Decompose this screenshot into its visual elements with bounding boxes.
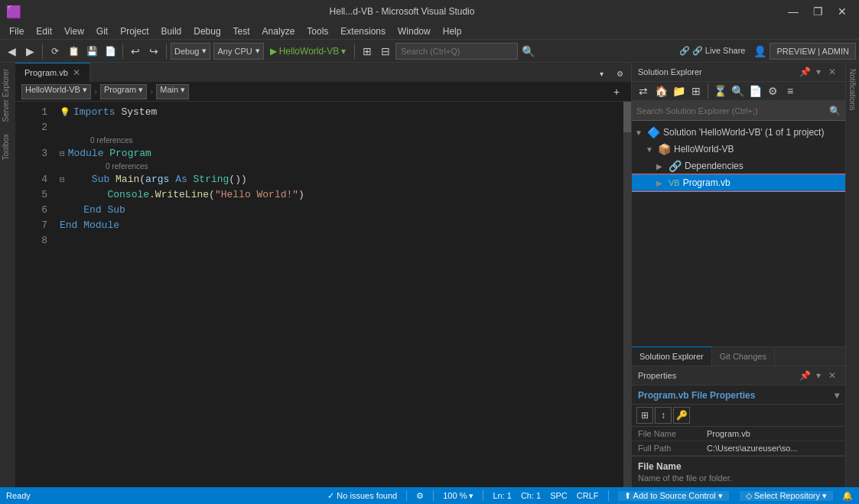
breadcrumb-add-button[interactable]: + [608, 83, 625, 100]
se-settings-button[interactable]: ⚙ [764, 83, 781, 99]
server-explorer-tab[interactable]: Server Explorer [0, 63, 15, 128]
notifications-tab[interactable]: Notifications [847, 63, 858, 116]
properties-collapse-icon[interactable]: ▾ [835, 390, 839, 401]
status-scm[interactable]: ⚙ [416, 491, 424, 501]
menu-git[interactable]: Git [90, 23, 114, 40]
toolbar-btn-3[interactable]: 💾 [83, 43, 100, 60]
editor-scrollbar[interactable] [623, 102, 631, 487]
status-line-endings[interactable]: CRLF [577, 491, 599, 500]
menu-extensions[interactable]: Extensions [334, 23, 392, 40]
breadcrumb-project-dropdown[interactable]: HelloWorld-VB ▾ [21, 84, 91, 99]
restore-button[interactable]: ❐ [807, 4, 828, 19]
select-repository-label: Select Repository [754, 491, 820, 500]
properties-panel: Properties 📌 ▾ ✕ Program.vb File Propert… [632, 366, 845, 487]
menu-help[interactable]: Help [437, 23, 468, 40]
toolbar-btn-2[interactable]: 📋 [65, 43, 82, 60]
tree-project[interactable]: ▼ 📦 HelloWorld-VB [632, 141, 845, 158]
toolbar-btn-1[interactable]: ⟳ [47, 43, 63, 60]
se-close-button[interactable]: ✕ [825, 65, 839, 79]
platform-dropdown[interactable]: Any CPU ▾ [213, 43, 263, 60]
close-tab-icon[interactable]: ✕ [73, 67, 80, 78]
status-zoom[interactable]: 100 % ▾ [443, 491, 473, 501]
menu-debug[interactable]: Debug [187, 23, 226, 40]
search-button[interactable]: 🔍 [519, 43, 536, 60]
breadcrumb-main-dropdown[interactable]: Main ▾ [156, 84, 189, 99]
scrollbar-thumb[interactable] [623, 102, 631, 132]
properties-close-button[interactable]: ✕ [825, 369, 839, 382]
status-issues[interactable]: ✓ No issues found [327, 491, 397, 501]
toolbar-btn-5[interactable]: ⊞ [359, 43, 376, 60]
breadcrumb-module-dropdown[interactable]: Program ▾ [100, 84, 147, 99]
properties-dropdown-button[interactable]: ▾ [812, 369, 825, 382]
menu-project[interactable]: Project [114, 23, 155, 40]
toolbar-btn-4[interactable]: 📄 [102, 43, 119, 60]
menu-view[interactable]: View [58, 23, 90, 40]
status-encoding[interactable]: SPC [550, 491, 568, 500]
se-show-all-button[interactable]: ⊞ [688, 83, 704, 99]
config-dropdown[interactable]: Debug ▾ [171, 43, 210, 60]
menu-analyze[interactable]: Analyze [256, 23, 301, 40]
line-num-8: 8 [15, 233, 47, 249]
menu-window[interactable]: Window [392, 23, 437, 40]
nav-forward-button[interactable]: ▶ [21, 43, 38, 60]
properties-table: File Name Program.vb Full Path C:\Users\… [632, 427, 845, 456]
toolbox-tab[interactable]: Toolbox [0, 128, 15, 166]
undo-button[interactable]: ↩ [127, 43, 144, 60]
status-line-label: Ln: 1 [493, 491, 511, 500]
tree-program-vb[interactable]: ▶ VB Program.vb [632, 174, 845, 191]
account-button[interactable]: 👤 [751, 43, 768, 60]
se-pending-button[interactable]: ⌛ [711, 83, 728, 99]
notifications-bell-button[interactable]: 🔔 [842, 491, 853, 501]
line-num-1: 1 [15, 105, 47, 120]
tree-solution[interactable]: ▼ 🔷 Solution 'HelloWorld-VB' (1 of 1 pro… [632, 124, 845, 141]
menu-build[interactable]: Build [155, 23, 188, 40]
title-bar-left: 🟪 [6, 5, 21, 19]
redo-button[interactable]: ↪ [145, 43, 162, 60]
props-pages-button[interactable]: 🔑 [673, 407, 690, 424]
window-title: Hell...d-VB - Microsoft Visual Studio [330, 6, 475, 17]
preview-admin-button[interactable]: PREVIEW | ADMIN [770, 43, 856, 60]
menu-test[interactable]: Test [227, 23, 256, 40]
menu-tools[interactable]: Tools [301, 23, 334, 40]
se-tree[interactable]: ▼ 🔷 Solution 'HelloWorld-VB' (1 of 1 pro… [632, 121, 845, 346]
nav-back-button[interactable]: ◀ [3, 43, 20, 60]
toolbar-btn-6[interactable]: ⊟ [377, 43, 394, 60]
se-collapse-button[interactable]: 📁 [670, 83, 687, 99]
se-open-file-button[interactable]: 📄 [747, 83, 763, 99]
toolbar-sep-4 [354, 44, 355, 59]
code-line-7: End Module [60, 218, 623, 233]
minimize-button[interactable]: — [783, 4, 804, 19]
search-input[interactable] [395, 43, 518, 60]
se-pin-button[interactable]: 📌 [798, 65, 812, 79]
se-tab-git-changes[interactable]: Git Changes [712, 346, 775, 366]
tab-dropdown-button[interactable]: ▾ [593, 65, 610, 82]
se-refresh-button[interactable]: 🏠 [652, 83, 669, 99]
add-to-source-control-label: Add to Source Control [633, 491, 716, 500]
program-expand-icon: ▶ [656, 179, 665, 187]
properties-pin-button[interactable]: 📌 [798, 369, 812, 382]
se-dropdown-button[interactable]: ▾ [812, 65, 825, 79]
props-grid-button[interactable]: ⊞ [636, 407, 653, 424]
menu-edit[interactable]: Edit [30, 23, 58, 40]
add-to-source-control-button[interactable]: ⬆ Add to Source Control ▾ [618, 491, 729, 501]
status-bar: Ready ✓ No issues found ⚙ 100 % ▾ Ln: 1 … [0, 487, 859, 504]
se-more-button[interactable]: ≡ [782, 83, 799, 99]
close-button[interactable]: ✕ [831, 4, 853, 19]
menu-bar: File Edit View Git Project Build Debug T… [0, 23, 859, 40]
se-sync-button[interactable]: ⇄ [635, 83, 652, 99]
tree-dependencies[interactable]: ▶ 🔗 Dependencies [632, 158, 845, 174]
menu-file[interactable]: File [3, 23, 30, 40]
se-tab-solution-explorer[interactable]: Solution Explorer [632, 346, 712, 366]
properties-footer-title: File Name [638, 461, 839, 472]
live-share-button[interactable]: 🔗 🔗 Live Share [675, 43, 750, 60]
select-repository-button[interactable]: ◇ Select Repository ▾ [740, 491, 833, 501]
props-sort-button[interactable]: ↕ [655, 407, 672, 424]
run-button[interactable]: ▶ HelloWorld-VB ▾ [265, 43, 350, 60]
solution-explorer-title: Solution Explorer [638, 67, 798, 76]
code-editor[interactable]: 1 2 3 4 5 6 7 8 💡 Imports System [15, 102, 631, 487]
tab-settings-button[interactable]: ⚙ [611, 65, 628, 82]
se-search-input[interactable] [636, 106, 829, 115]
se-filter-button[interactable]: 🔍 [729, 83, 746, 99]
file-tab-program-vb[interactable]: Program.vb ✕ [15, 63, 90, 82]
prop-row-fullpath: Full Path C:\Users\azureuser\so... [632, 441, 845, 456]
